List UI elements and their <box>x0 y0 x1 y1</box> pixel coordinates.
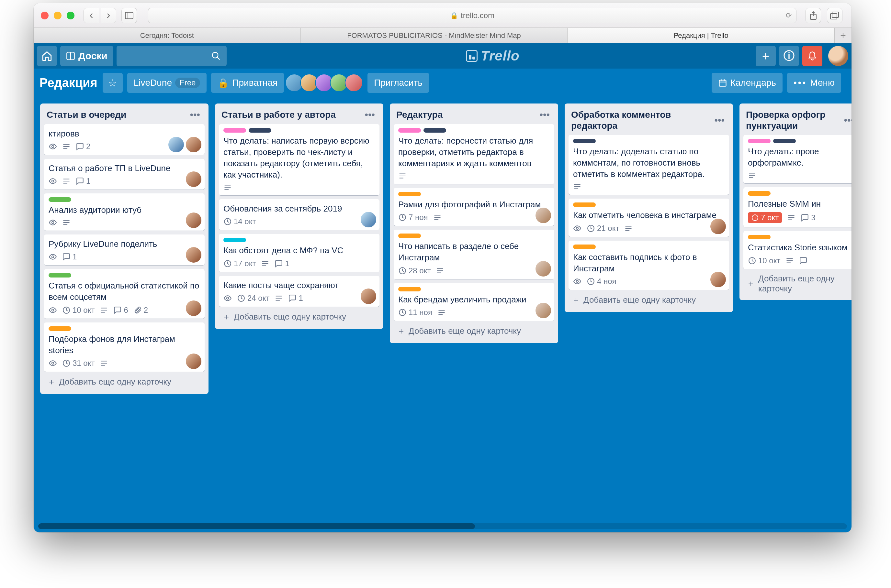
safari-tab[interactable]: Редакция | Trello <box>567 28 835 43</box>
card[interactable]: Что делать: прове орфограммке. <box>744 135 852 183</box>
list-menu-button[interactable]: ••• <box>712 115 727 126</box>
card-label[interactable] <box>398 128 421 133</box>
card-label[interactable] <box>223 128 246 133</box>
card-label[interactable] <box>249 128 271 133</box>
card[interactable]: Полезные SMM ин7 окт3 <box>744 187 852 227</box>
trello-logo-text: Trello <box>481 48 520 64</box>
card-member-avatar[interactable] <box>710 219 726 234</box>
search-input[interactable] <box>117 46 227 66</box>
card[interactable]: Как отметить человека в инстаграме21 окт <box>569 199 729 236</box>
svg-point-44 <box>227 297 229 299</box>
add-card-button[interactable]: ＋Добавить еще одну карточку <box>569 290 729 308</box>
board-name[interactable]: Редакция <box>39 76 98 90</box>
list-menu-button[interactable]: ••• <box>188 110 202 120</box>
list-menu-button[interactable]: ••• <box>363 110 377 120</box>
calendar-button[interactable]: Календарь <box>712 73 783 93</box>
card[interactable]: Статистика Storie языком10 окт <box>744 231 852 269</box>
card-member-avatar[interactable] <box>710 272 726 287</box>
scrollbar-thumb[interactable] <box>38 524 475 529</box>
card[interactable]: Что делать: написать первую версию стать… <box>219 124 379 195</box>
card-label[interactable] <box>773 139 796 143</box>
card[interactable]: Как брендам увеличить продажи11 ноя <box>394 283 554 321</box>
card-label[interactable] <box>398 234 421 238</box>
card[interactable]: Что делать: доделать статью по комментам… <box>569 135 729 195</box>
card-label[interactable] <box>48 197 71 202</box>
list-menu-button[interactable]: ••• <box>842 115 852 126</box>
boards-button[interactable]: Доски <box>60 46 113 66</box>
add-card-button[interactable]: ＋Добавить еще одну карточку <box>219 307 379 324</box>
team-button[interactable]: LiveDune Free <box>127 73 207 93</box>
card-label[interactable] <box>398 287 421 291</box>
list-title[interactable]: Статьи в очереди <box>47 110 188 120</box>
card-label[interactable] <box>223 238 246 242</box>
home-button[interactable] <box>37 46 57 66</box>
tabs-overview-button[interactable] <box>827 8 843 23</box>
card-member-avatar[interactable] <box>536 261 551 276</box>
card-member-avatar[interactable] <box>361 288 376 304</box>
list-title[interactable]: Проверка орфогр пунктуации <box>746 110 842 131</box>
list-menu-button[interactable]: ••• <box>537 110 552 120</box>
card-label[interactable] <box>48 273 71 278</box>
profile-avatar[interactable] <box>828 46 848 66</box>
card[interactable]: Анализ аудитории ютуб <box>44 194 205 231</box>
card-member-avatar[interactable] <box>186 213 202 228</box>
add-card-button[interactable]: ＋Добавить еще одну карточку <box>394 321 554 339</box>
card-member-avatar[interactable] <box>536 303 551 318</box>
card[interactable]: ктировв2 <box>44 124 205 155</box>
card[interactable]: Подборка фонов для Инстаграм stories31 о… <box>44 322 205 372</box>
member-avatar[interactable] <box>345 74 363 92</box>
reload-icon[interactable]: ⟳ <box>786 11 792 20</box>
window-fullscreen-button[interactable] <box>67 12 74 20</box>
nav-back-button[interactable]: ‹ <box>84 8 99 23</box>
add-card-button[interactable]: ＋Добавить еще одну карточку <box>44 372 205 389</box>
sidebar-toggle-button[interactable] <box>121 8 137 23</box>
list-title[interactable]: Редактура <box>396 110 537 120</box>
star-button[interactable]: ☆ <box>102 73 123 93</box>
card-label[interactable] <box>748 191 771 196</box>
list-title[interactable]: Статьи в работе у автора <box>221 110 363 120</box>
card[interactable]: Статья о работе ТП в LiveDune1 <box>44 159 205 189</box>
card-label[interactable] <box>573 139 596 143</box>
card[interactable]: Статья с официальной статистикой по всем… <box>44 269 205 318</box>
card[interactable]: Какие посты чаще сохраняют24 окт1 <box>219 276 379 307</box>
window-minimize-button[interactable] <box>54 12 62 20</box>
card[interactable]: Что делать: перенести статью для проверк… <box>394 124 554 184</box>
card-label[interactable] <box>748 139 771 143</box>
card[interactable]: Рубрику LiveDune поделить1 <box>44 234 205 265</box>
card[interactable]: Как составить подпись к фото в Инстаграм… <box>569 241 729 290</box>
card[interactable]: Рамки для фотографий в Инстаграм7 ноя <box>394 188 554 226</box>
dots-icon: ••• <box>793 78 807 88</box>
card-member-avatar[interactable] <box>186 171 202 187</box>
card-label[interactable] <box>573 244 596 249</box>
card-label[interactable] <box>748 235 771 239</box>
list-title[interactable]: Обработка комментов редактора <box>571 110 712 131</box>
window-close-button[interactable] <box>41 12 48 20</box>
horizontal-scrollbar[interactable] <box>38 524 847 529</box>
card-label[interactable] <box>398 192 421 196</box>
notifications-button[interactable] <box>802 46 822 66</box>
trello-logo[interactable]: Trello <box>230 48 756 64</box>
card-member-avatar[interactable] <box>169 137 184 152</box>
card[interactable]: Что написать в разделе о себе Инстаграм2… <box>394 230 554 279</box>
visibility-button[interactable]: 🔒 Приватная <box>211 73 284 93</box>
card[interactable]: Обновления за сентябрь 201914 окт <box>219 199 379 230</box>
add-card-button[interactable]: ＋Добавить еще одну карточку <box>744 269 852 296</box>
card-member-avatar[interactable] <box>186 354 202 369</box>
create-button[interactable]: ＋ <box>756 46 776 66</box>
invite-button[interactable]: Пригласить <box>367 73 429 93</box>
address-bar[interactable]: 🔒 trello.com ⟳ <box>148 8 796 23</box>
info-button[interactable]: ⓘ <box>779 46 799 66</box>
card-member-avatar[interactable] <box>186 300 202 316</box>
share-button[interactable] <box>805 8 821 23</box>
card[interactable]: Как обстоят дела с МФ? на VC17 окт1 <box>219 234 379 272</box>
card-member-avatar[interactable] <box>186 137 202 152</box>
card-label[interactable] <box>423 128 446 133</box>
safari-tab[interactable]: Сегодня: Todoist <box>34 28 301 43</box>
calendar-label: Календарь <box>730 78 776 88</box>
card-label[interactable] <box>573 202 596 207</box>
new-tab-button[interactable]: + <box>835 28 852 43</box>
nav-forward-button[interactable]: › <box>101 8 116 23</box>
safari-tab[interactable]: FORMATOS PUBLICITARIOS - MindMeister Min… <box>301 28 568 43</box>
card-label[interactable] <box>48 326 71 331</box>
menu-button[interactable]: ••• Меню <box>787 73 841 93</box>
